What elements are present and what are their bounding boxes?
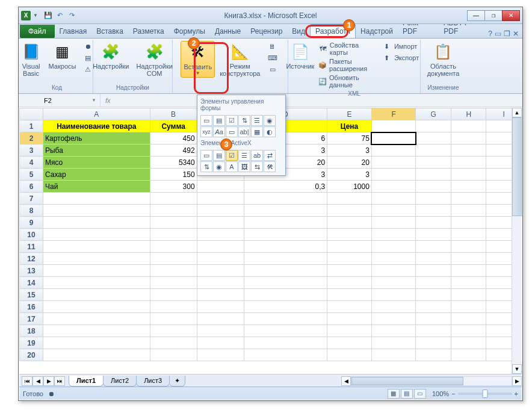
- hdr-price[interactable]: Цена: [327, 120, 372, 132]
- com-addins-button[interactable]: 🧩 Надстройки COM: [134, 41, 175, 78]
- qat-menu-icon[interactable]: ▼: [33, 13, 38, 18]
- rowhdr-3[interactable]: 3: [20, 144, 43, 157]
- normal-view-icon[interactable]: ▦: [388, 389, 400, 399]
- document-panel-button[interactable]: 📋 Область документа: [425, 41, 462, 78]
- rowhdr-1[interactable]: 1: [20, 120, 43, 132]
- sheet-last-icon[interactable]: ⏭: [54, 376, 65, 386]
- scroll-up-icon[interactable]: ▲: [512, 108, 522, 117]
- save-icon[interactable]: 💾: [43, 10, 54, 21]
- redo-icon[interactable]: ↷: [67, 10, 78, 21]
- tab-data[interactable]: Данные: [210, 25, 246, 38]
- form-option-icon[interactable]: ◉: [264, 115, 276, 126]
- cell-B6[interactable]: 300: [150, 181, 197, 193]
- page-break-view-icon[interactable]: ▭: [414, 389, 426, 399]
- close-button[interactable]: ✕: [502, 10, 520, 21]
- refresh-data-button[interactable]: 🔄Обновить данные: [316, 73, 377, 89]
- zoom-slider[interactable]: [458, 393, 512, 395]
- form-label-icon[interactable]: xyz: [200, 126, 212, 137]
- source-button[interactable]: 📄 Источник: [287, 41, 314, 71]
- cell-A4[interactable]: Мясо: [43, 157, 150, 169]
- cell-B4[interactable]: 5340: [150, 157, 197, 169]
- form-groupbox-icon[interactable]: Aa: [213, 126, 225, 137]
- tab-home[interactable]: Главная: [55, 25, 92, 38]
- sheet-tab-3[interactable]: Лист3: [136, 376, 170, 387]
- cell-E3[interactable]: 3: [327, 144, 372, 157]
- zoom-in-icon[interactable]: +: [515, 390, 518, 397]
- select-all-corner[interactable]: [20, 108, 43, 120]
- cell-B5[interactable]: 150: [150, 169, 197, 181]
- undo-icon[interactable]: ↶: [55, 10, 66, 21]
- cell-D6[interactable]: 0,3: [244, 181, 327, 193]
- vscroll-thumb[interactable]: [512, 117, 522, 216]
- col-G[interactable]: G: [416, 108, 451, 120]
- tab-insert[interactable]: Вставка: [91, 25, 128, 38]
- sheet-tab-1[interactable]: Лист1: [69, 376, 104, 387]
- file-tab[interactable]: Файл: [20, 25, 55, 38]
- activex-checkbox-icon[interactable]: ☑: [226, 150, 238, 161]
- import-button[interactable]: ⬇Импорт: [380, 41, 421, 52]
- cell-F1[interactable]: [371, 120, 416, 132]
- activex-textbox-icon[interactable]: ab: [251, 150, 263, 161]
- form-image-icon[interactable]: ▦: [251, 126, 263, 137]
- form-spinner-icon[interactable]: ⇅: [238, 115, 250, 126]
- cell-A2[interactable]: Картофель: [43, 132, 150, 144]
- cell-E2[interactable]: 75: [327, 132, 372, 144]
- rowhdr-4[interactable]: 4: [20, 157, 43, 169]
- hscroll-thumb[interactable]: [351, 377, 463, 385]
- tab-addins[interactable]: Надстрой: [356, 25, 398, 38]
- name-box[interactable]: F2 ▼: [40, 94, 101, 107]
- page-layout-view-icon[interactable]: ▤: [401, 389, 413, 399]
- hdr-name[interactable]: Наименование товара: [43, 120, 150, 132]
- run-dialog-button[interactable]: ▭: [265, 64, 280, 75]
- rowhdr-6[interactable]: 6: [20, 181, 43, 193]
- macros-button[interactable]: ▦ Макросы: [46, 41, 79, 71]
- addins-button[interactable]: 🧩 Надстройки: [90, 41, 131, 71]
- form-scrollbar-icon[interactable]: ▭: [226, 126, 238, 137]
- doc-restore-icon[interactable]: ❐: [504, 30, 510, 38]
- activex-scrollbar-icon[interactable]: ⇄: [264, 150, 276, 161]
- col-H[interactable]: H: [451, 108, 486, 120]
- tab-review[interactable]: Рецензир: [246, 25, 287, 38]
- col-F[interactable]: F: [371, 108, 416, 120]
- cell-B3[interactable]: 492: [150, 144, 197, 157]
- rowhdr-2[interactable]: 2: [20, 132, 43, 144]
- vertical-scrollbar[interactable]: ▲ ▼: [512, 108, 522, 374]
- sheet-first-icon[interactable]: ⏮: [22, 376, 32, 386]
- cell-E5[interactable]: 3: [327, 169, 372, 181]
- form-textbox-icon[interactable]: ab|: [238, 126, 250, 137]
- form-button-icon[interactable]: ▭: [200, 115, 212, 126]
- scroll-left-icon[interactable]: ◀: [341, 376, 351, 386]
- view-code-button[interactable]: ⌨: [265, 52, 280, 63]
- ribbon-minimize-icon[interactable]: ▭: [495, 30, 501, 38]
- cell-E4[interactable]: 20: [327, 157, 372, 169]
- fx-icon[interactable]: [101, 97, 116, 104]
- cell-F2[interactable]: [371, 132, 416, 144]
- col-A[interactable]: A: [43, 108, 150, 120]
- sheet-tab-2[interactable]: Лист2: [103, 376, 137, 387]
- activex-spinner-icon[interactable]: ⇅: [200, 161, 212, 172]
- scroll-right-icon[interactable]: ▶: [512, 376, 522, 386]
- restore-button[interactable]: ❐: [484, 10, 503, 21]
- horizontal-scrollbar[interactable]: ◀ ▶: [341, 376, 522, 386]
- activex-combo-icon[interactable]: ▤: [213, 150, 225, 161]
- activex-toggle-icon[interactable]: ⇆: [251, 161, 263, 172]
- form-listbox-icon[interactable]: ☰: [251, 115, 263, 126]
- map-properties-button[interactable]: 🗺Свойства карты: [316, 41, 377, 57]
- visual-basic-button[interactable]: 📘 Visual Basic: [19, 41, 44, 78]
- macro-record-icon[interactable]: ⏺: [48, 390, 55, 397]
- design-mode-button[interactable]: 📐 Режим конструктора: [217, 41, 262, 78]
- form-toggle-icon[interactable]: ◐: [264, 126, 276, 137]
- zoom-level[interactable]: 100%: [432, 390, 449, 397]
- zoom-out-icon[interactable]: −: [451, 390, 455, 397]
- form-checkbox-icon[interactable]: ☑: [226, 115, 238, 126]
- minimize-button[interactable]: —: [467, 10, 485, 21]
- zoom-knob[interactable]: [482, 390, 487, 398]
- cell-E6[interactable]: 1000: [327, 181, 372, 193]
- cell-B2[interactable]: 450: [150, 132, 197, 144]
- sheet-tab-new[interactable]: ✦: [169, 376, 185, 387]
- cell-A6[interactable]: Чай: [43, 181, 150, 193]
- cell-A3[interactable]: Рыба: [43, 144, 150, 157]
- col-E[interactable]: E: [327, 108, 372, 120]
- activex-button-icon[interactable]: ▭: [200, 150, 212, 161]
- properties-button[interactable]: 🗎: [265, 41, 280, 52]
